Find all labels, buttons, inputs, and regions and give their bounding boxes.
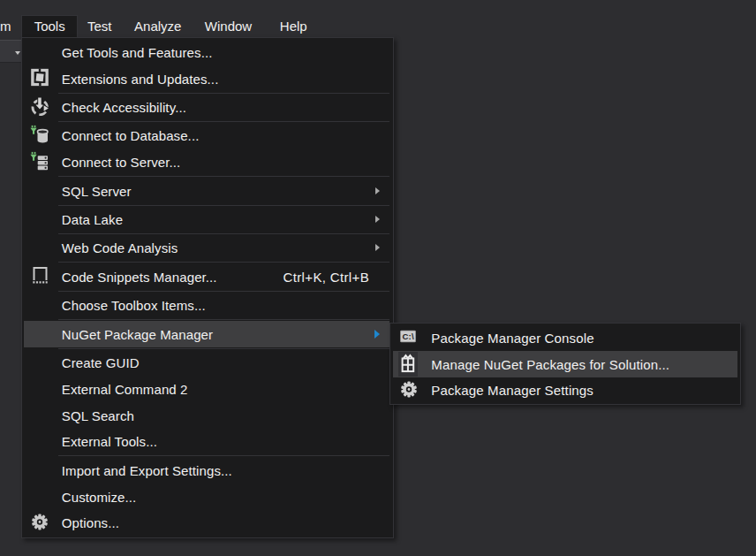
svg-text:C:\: C:\ (403, 331, 414, 341)
